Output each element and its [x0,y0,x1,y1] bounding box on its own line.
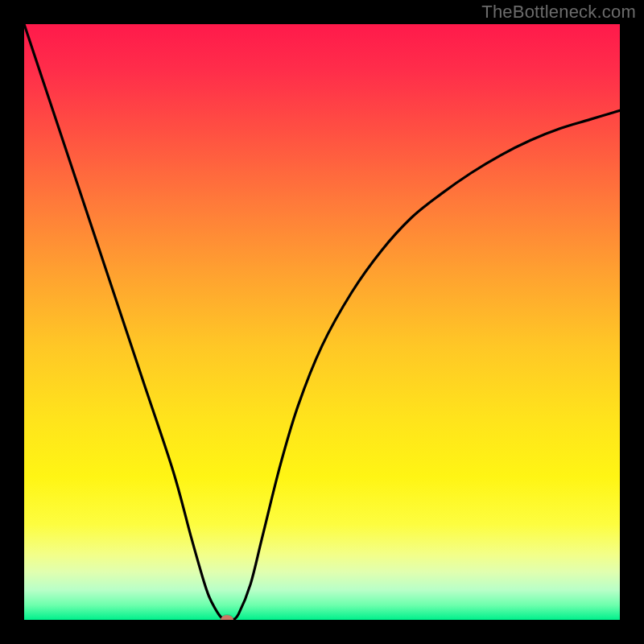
bottleneck-curve [24,24,620,620]
curve-svg [24,24,620,620]
optimal-point-marker [221,615,233,620]
chart-frame: TheBottleneck.com [0,0,644,644]
watermark-text: TheBottleneck.com [481,2,636,23]
plot-area [24,24,620,620]
